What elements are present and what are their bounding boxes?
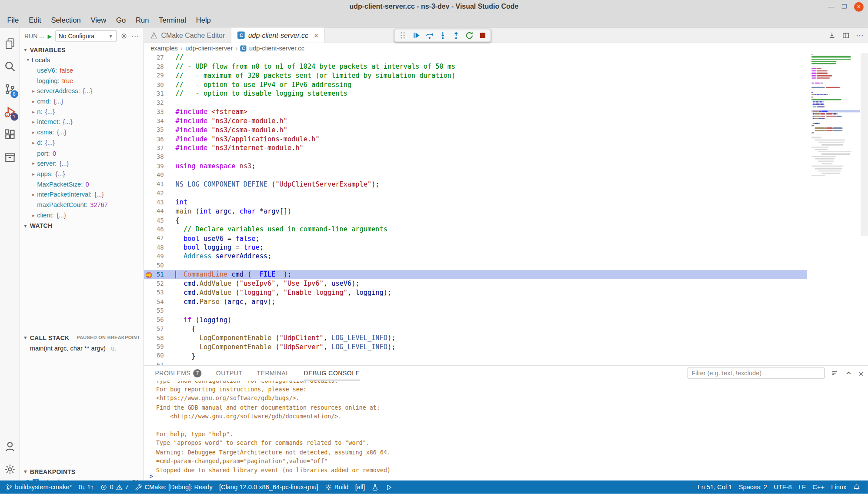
line-number[interactable]: 44 (144, 208, 164, 215)
chevron-right-icon[interactable]: ▸ (30, 212, 37, 218)
line-number[interactable]: 37 (144, 144, 164, 152)
line-number[interactable]: 56 (144, 316, 164, 324)
variable-row[interactable]: ▸internet:{...} (20, 117, 144, 127)
code-line-53[interactable]: 53 cmd.AddValue ("logging", "Enable logg… (144, 288, 868, 297)
debug-console-output[interactable]: Type "show configuration" for configurat… (144, 381, 868, 477)
tab-terminal[interactable]: TERMINAL (257, 366, 290, 380)
debug-config-dropdown[interactable]: No Configura ▾ (55, 30, 117, 41)
close-window-icon[interactable]: × (854, 2, 864, 11)
test-button[interactable] (368, 481, 382, 494)
variables-header[interactable]: ▾ VARIABLES (20, 44, 144, 55)
line-number[interactable]: 41 (144, 180, 164, 188)
code-line-28[interactable]: 28// - UDP flow from n0 to n1 of 1024 by… (144, 62, 868, 71)
code-line-60[interactable]: 60 } (144, 351, 868, 360)
code-line-38[interactable]: 38 (144, 153, 868, 162)
more-actions-icon[interactable]: ⋯ (856, 31, 864, 40)
code-line-52[interactable]: 52 cmd.AddValue ("useIpv6", "Use Ipv6", … (144, 279, 868, 288)
stack-frame[interactable]: main(int argc, char ** argv) u. (20, 343, 144, 353)
kit-status[interactable]: [Clang 12.0.0 x86_64-pc-linux-gnu] (216, 481, 321, 494)
editor-scrollbar[interactable] (861, 53, 868, 236)
line-number[interactable]: 28 (144, 63, 164, 70)
account-button[interactable] (0, 435, 20, 457)
drag-handle[interactable] (397, 30, 409, 41)
code-line-29[interactable]: 29// - maximum of 320 packets sent (or l… (144, 71, 868, 80)
code-line-31[interactable]: 31// - option to disable logging stateme… (144, 89, 868, 98)
code-line-43[interactable]: 43int (144, 198, 868, 207)
maximize-panel-icon[interactable] (845, 369, 853, 377)
problems-status[interactable]: 0 7 (97, 481, 132, 494)
code-line-55[interactable]: 55 (144, 306, 868, 315)
line-number[interactable]: 35 (144, 127, 164, 134)
code-line-41[interactable]: 41NS_LOG_COMPONENT_DEFINE ("UdpClientSer… (144, 180, 868, 189)
cursor-position-status[interactable]: Ln 51, Col 1 (694, 481, 735, 494)
code-line-48[interactable]: 48 bool logging = true; (144, 243, 868, 252)
step-over-button[interactable] (424, 30, 435, 41)
more-actions-icon[interactable]: ⋯ (131, 32, 139, 40)
line-number[interactable]: 38 (144, 154, 164, 161)
menu-item-go[interactable]: Go (111, 14, 131, 26)
sidebar-item-explorer[interactable] (0, 32, 20, 55)
variable-row[interactable]: ▸serverAddress:{...} (20, 86, 144, 96)
variable-row[interactable]: logging:true (20, 76, 144, 86)
line-number[interactable]: 50 (144, 262, 164, 269)
code-line-32[interactable]: 32 (144, 98, 868, 107)
menu-item-run[interactable]: Run (131, 14, 154, 26)
console-filter-input[interactable] (688, 367, 825, 378)
code-line-30[interactable]: 30// - option to use IPv4 or IPv6 addres… (144, 80, 868, 90)
console-input-row[interactable]: > (150, 472, 153, 480)
chevron-right-icon[interactable]: ▸ (30, 99, 37, 104)
variable-row[interactable]: useV6:false (20, 65, 144, 76)
minimap[interactable] (811, 53, 860, 177)
sidebar-item-run-debug[interactable]: 1 (0, 100, 20, 123)
breadcrumb-item[interactable]: udp-client-server.cc (249, 45, 304, 51)
breadcrumb-item[interactable]: udp-client-server (185, 45, 233, 51)
indentation-status[interactable]: Spaces: 2 (735, 481, 770, 494)
sidebar-item-archive[interactable] (0, 146, 20, 168)
code-line-27[interactable]: 27// (144, 53, 868, 62)
line-number[interactable]: 57 (144, 325, 164, 333)
menu-item-edit[interactable]: Edit (24, 14, 46, 26)
encoding-status[interactable]: UTF-8 (771, 481, 795, 494)
debug-settings-icon[interactable] (120, 32, 128, 40)
code-line-56[interactable]: 56 if (logging) (144, 315, 868, 324)
line-number[interactable]: 32 (144, 99, 164, 107)
chevron-right-icon[interactable]: ▸ (30, 88, 37, 94)
console-lines-icon[interactable] (831, 369, 839, 377)
code-editor[interactable]: 27//28// - UDP flow from n0 to n1 of 102… (144, 53, 868, 365)
line-number[interactable]: 53 (144, 289, 164, 297)
chevron-right-icon[interactable]: ▸ (30, 160, 37, 166)
chevron-right-icon[interactable]: ▸ (30, 140, 37, 146)
code-line-39[interactable]: 39using namespace ns3; (144, 162, 868, 171)
split-editor-icon[interactable] (842, 32, 850, 40)
variable-row[interactable]: port:0 (20, 148, 144, 158)
code-line-34[interactable]: 34#include "ns3/core-module.h" (144, 117, 868, 126)
tab-cmake-cache-editor[interactable]: CMake Cache Editor (144, 28, 232, 43)
language-status[interactable]: C++ (809, 481, 828, 494)
variable-row[interactable]: ▸d:{...} (20, 137, 144, 148)
line-number[interactable]: 46 (144, 226, 164, 233)
chevron-down-icon[interactable]: ▾ (24, 57, 32, 63)
variable-row[interactable]: MaxPacketSize:0 (20, 179, 144, 189)
code-line-44[interactable]: 44main (int argc, char *argv[]) (144, 207, 868, 216)
variable-row[interactable]: ▸cmd:{...} (20, 96, 144, 107)
chevron-right-icon[interactable]: ▸ (30, 109, 37, 114)
title-bar[interactable]: udp-client-server.cc - ns-3-dev - Visual… (0, 0, 868, 13)
tab-output[interactable]: OUTPUT (216, 366, 243, 380)
line-number[interactable]: 33 (144, 108, 164, 116)
line-number[interactable]: 29 (144, 72, 164, 80)
settings-button[interactable] (0, 458, 20, 481)
line-number[interactable]: 34 (144, 117, 164, 125)
eol-status[interactable]: LF (795, 481, 809, 494)
tab-udp-client-server[interactable]: C udp-client-server.cc × (231, 28, 325, 43)
line-number[interactable]: 55 (144, 307, 164, 314)
tab-problems[interactable]: PROBLEMS 7 (155, 366, 201, 380)
build-button[interactable]: Build (322, 481, 352, 494)
menu-item-terminal[interactable]: Terminal (154, 14, 191, 26)
line-number[interactable]: 60 (144, 352, 164, 360)
minimize-icon[interactable]: — (828, 3, 834, 10)
code-line-35[interactable]: 35#include "ns3/csma-module.h" (144, 125, 868, 134)
callstack-header[interactable]: ▾ CALL STACK PAUSED ON BREAKPOINT (20, 332, 144, 343)
sidebar-item-search[interactable] (0, 55, 20, 77)
variable-row[interactable]: ▸csma:{...} (20, 127, 144, 138)
line-number[interactable]: 48 (144, 244, 164, 251)
